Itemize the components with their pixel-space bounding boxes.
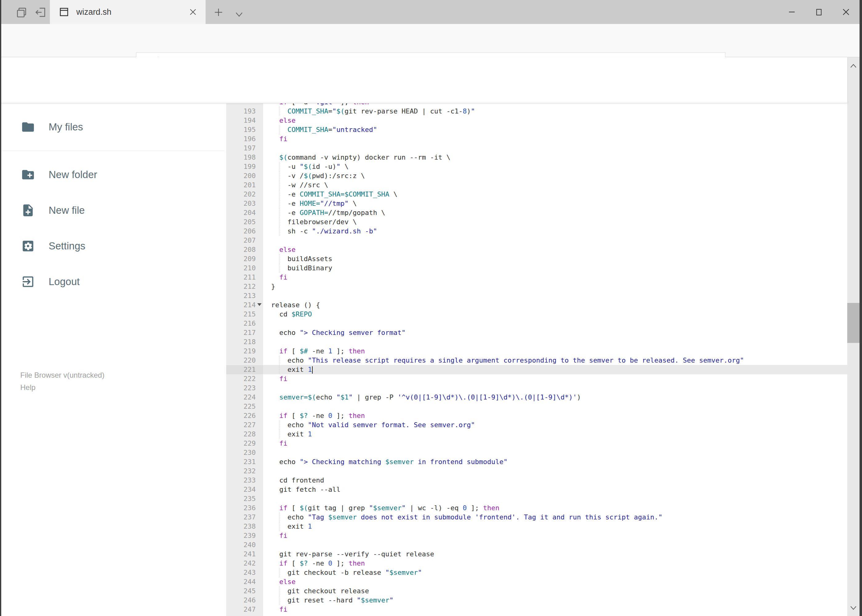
text-cursor bbox=[312, 366, 313, 374]
code-line: 211 fi bbox=[226, 273, 847, 282]
code-text[interactable]: else bbox=[263, 577, 847, 586]
code-text[interactable] bbox=[263, 541, 847, 550]
help-link[interactable]: Help bbox=[20, 381, 104, 394]
code-text[interactable]: exit 1 bbox=[263, 430, 847, 439]
code-text[interactable]: if [ $(git tag | grep "$semver" | wc -l)… bbox=[263, 503, 847, 513]
sidebar-item-new-file[interactable]: New file bbox=[0, 198, 226, 222]
file-plus-icon bbox=[21, 203, 35, 217]
code-text[interactable] bbox=[263, 467, 847, 476]
code-text[interactable]: fi bbox=[263, 374, 847, 383]
sidebar-item-new-folder[interactable]: New folder bbox=[0, 163, 226, 187]
code-text[interactable]: git rev-parse --verify --quiet release bbox=[263, 550, 847, 559]
titlebar: wizard.sh bbox=[0, 0, 862, 24]
sidebar-item-label: Logout bbox=[49, 276, 80, 288]
code-text[interactable]: -u "$(id -u)" \ bbox=[263, 162, 847, 171]
code-text[interactable]: -e HOME="//tmp" \ bbox=[263, 199, 847, 208]
code-text[interactable]: -e GOPATH=//tmp/gopath \ bbox=[263, 208, 847, 217]
scroll-up-icon[interactable] bbox=[849, 62, 857, 70]
code-text[interactable]: fi bbox=[263, 273, 847, 282]
code-text[interactable]: fi bbox=[263, 439, 847, 448]
code-text[interactable] bbox=[263, 337, 847, 347]
sidebar-divider bbox=[2, 151, 224, 151]
code-text[interactable]: filebrowser/dev \ bbox=[263, 217, 847, 227]
code-text[interactable]: git checkout -b release "$semver" bbox=[263, 568, 847, 577]
code-text[interactable]: echo "> Checking matching $semver in fro… bbox=[263, 457, 847, 467]
code-text[interactable] bbox=[263, 448, 847, 457]
line-number: 204 bbox=[226, 208, 263, 217]
code-text[interactable]: COMMIT_SHA="untracked" bbox=[263, 125, 847, 134]
fold-marker-icon[interactable] bbox=[257, 303, 262, 306]
code-text[interactable] bbox=[263, 236, 847, 245]
scroll-down-icon[interactable] bbox=[849, 604, 857, 612]
code-text[interactable]: echo "This release script requires a sin… bbox=[263, 356, 847, 365]
scrollbar-thumb[interactable] bbox=[847, 303, 860, 343]
code-text[interactable]: exit 1 bbox=[263, 365, 847, 374]
tab-preview-icon[interactable] bbox=[16, 6, 28, 19]
code-text[interactable]: release () { bbox=[263, 300, 847, 310]
line-number: 239 bbox=[226, 531, 263, 541]
code-text[interactable]: if [ -d ".git" ]; then bbox=[263, 103, 847, 107]
filebrowser-header bbox=[0, 57, 847, 103]
tab-close-icon[interactable] bbox=[188, 7, 198, 17]
set-tabs-aside-icon[interactable] bbox=[35, 6, 47, 19]
code-text[interactable]: COMMIT_SHA="$(git rev-parse HEAD | cut -… bbox=[263, 107, 847, 116]
code-text[interactable]: fi bbox=[263, 531, 847, 541]
code-text[interactable]: if [ $? -ne 0 ]; then bbox=[263, 411, 847, 420]
maximize-button[interactable] bbox=[805, 0, 832, 24]
code-text[interactable]: -w //src \ bbox=[263, 181, 847, 190]
code-line: 206 sh -c "./wizard.sh -b" bbox=[226, 227, 847, 236]
code-line: 224 semver=$(echo "$1" | grep -P '^v(0|[… bbox=[226, 393, 847, 402]
line-number: 220 bbox=[226, 356, 263, 365]
close-button[interactable] bbox=[832, 0, 860, 24]
code-text[interactable]: sh -c "./wizard.sh -b" bbox=[263, 227, 847, 236]
code-text[interactable]: buildAssets bbox=[263, 255, 847, 264]
code-text[interactable]: fi bbox=[263, 605, 847, 614]
code-text[interactable]: else bbox=[263, 245, 847, 255]
code-line: 212} bbox=[226, 282, 847, 291]
minimize-button[interactable] bbox=[778, 0, 805, 24]
code-line: 246 git reset --hard "$semver" bbox=[226, 596, 847, 605]
code-text[interactable]: echo "> Checking semver format" bbox=[263, 328, 847, 337]
code-text[interactable]: $(command -v winpty) docker run --rm -it… bbox=[263, 153, 847, 162]
page-scrollbar[interactable] bbox=[847, 57, 860, 616]
code-text[interactable]: } bbox=[263, 282, 847, 291]
code-text[interactable]: echo "Tag $semver does not exist in subm… bbox=[263, 513, 847, 522]
code-line: 229 fi bbox=[226, 439, 847, 448]
code-editor[interactable]: if [ -d ".git" ]; then193 COMMIT_SHA="$(… bbox=[226, 103, 847, 616]
code-text[interactable]: git reset --hard "$semver" bbox=[263, 596, 847, 605]
code-text[interactable]: -v /$(pwd):/src:z \ bbox=[263, 171, 847, 181]
code-text[interactable] bbox=[263, 144, 847, 153]
code-text[interactable]: cd $REPO bbox=[263, 310, 847, 319]
line-number: 244 bbox=[226, 577, 263, 586]
code-text[interactable]: cd frontend bbox=[263, 476, 847, 485]
code-text[interactable] bbox=[263, 402, 847, 411]
sidebar-item-logout[interactable]: Logout bbox=[0, 270, 226, 294]
code-text[interactable]: semver=$(echo "$1" | grep -P '^v(0|[1-9]… bbox=[263, 393, 847, 402]
sidebar-item-settings[interactable]: Settings bbox=[0, 234, 226, 258]
code-text[interactable]: if [ $? -ne 0 ]; then bbox=[263, 559, 847, 568]
line-number: 234 bbox=[226, 485, 263, 494]
code-text[interactable] bbox=[263, 291, 847, 300]
line-number: 235 bbox=[226, 494, 263, 503]
code-text[interactable]: -e COMMIT_SHA=$COMMIT_SHA \ bbox=[263, 190, 847, 199]
code-text[interactable]: buildBinary bbox=[263, 264, 847, 273]
tab-list-chevron-icon[interactable] bbox=[234, 9, 244, 20]
code-text[interactable] bbox=[263, 383, 847, 393]
code-line: 221 exit 1 bbox=[226, 365, 847, 374]
new-tab-button[interactable] bbox=[213, 7, 224, 18]
line-number: 193 bbox=[226, 107, 263, 116]
browser-tab[interactable]: wizard.sh bbox=[50, 0, 206, 24]
code-text[interactable]: git fetch --all bbox=[263, 485, 847, 494]
code-text[interactable]: git checkout release bbox=[263, 586, 847, 596]
code-text[interactable]: echo "Not valid semver format. See semve… bbox=[263, 420, 847, 430]
sidebar-item-my-files[interactable]: My files bbox=[0, 115, 226, 139]
code-text[interactable] bbox=[263, 494, 847, 503]
tab-title: wizard.sh bbox=[76, 7, 188, 17]
code-text[interactable]: fi bbox=[263, 134, 847, 144]
code-text[interactable]: exit 1 bbox=[263, 522, 847, 531]
line-number: 240 bbox=[226, 541, 263, 550]
code-text[interactable] bbox=[263, 319, 847, 328]
code-text[interactable]: else bbox=[263, 116, 847, 125]
code-text[interactable]: if [ $# -ne 1 ]; then bbox=[263, 347, 847, 356]
line-number: 230 bbox=[226, 448, 263, 457]
